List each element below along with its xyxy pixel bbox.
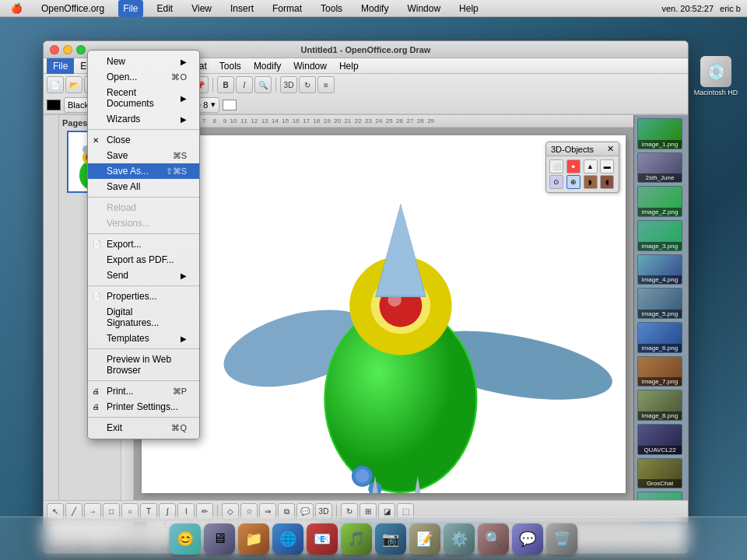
obj-sphere[interactable]: ●	[566, 159, 580, 173]
dock-item-7[interactable]: 📷	[375, 523, 406, 555]
extra-swatch[interactable]	[223, 100, 237, 110]
app-menu-window[interactable]: Window	[287, 58, 333, 74]
dock-trash[interactable]: 🗑️	[546, 523, 577, 555]
fill-color-label: Black	[68, 100, 89, 110]
objects-panel-label: 3D-Objects	[551, 145, 594, 154]
tb-align[interactable]: ≡	[317, 76, 335, 93]
menubar-help[interactable]: Help	[454, 0, 483, 17]
menubar-tools[interactable]: Tools	[316, 0, 347, 17]
app-menu-file[interactable]: File	[47, 58, 74, 74]
file-menu: New ▶ Open... ⌘O Recent Documents ▶ Wiza…	[87, 50, 200, 439]
sep-5	[88, 348, 199, 349]
menu-recent[interactable]: Recent Documents ▶	[88, 85, 199, 111]
dock-item-3[interactable]: 📁	[238, 523, 269, 555]
close-button[interactable]	[50, 45, 59, 54]
tb-bold[interactable]: B	[217, 76, 234, 93]
thumb-image2sth[interactable]: 2sth_June	[637, 152, 682, 184]
tb-3d[interactable]: 3D	[280, 76, 297, 93]
obj-torus2[interactable]: ⊕	[566, 175, 580, 189]
menu-templates[interactable]: Templates ▶	[88, 331, 199, 346]
dock-item-6[interactable]: 🎵	[341, 523, 372, 555]
menu-digsig[interactable]: Digital Signatures...	[88, 304, 199, 331]
menu-preview[interactable]: Preview in Web Browser	[88, 352, 199, 378]
menu-versions: Versions...	[88, 215, 199, 231]
dock-item-5[interactable]: 📧	[307, 523, 338, 555]
dock-item-8[interactable]: 📝	[409, 523, 440, 555]
menubar-window[interactable]: Window	[402, 0, 445, 17]
thumb-image8[interactable]: image_8.png	[637, 390, 682, 421]
menu-new[interactable]: New ▶	[88, 54, 199, 69]
menu-save[interactable]: Save ⌘S	[88, 148, 199, 163]
dock-item-11[interactable]: 💬	[512, 523, 543, 555]
menu-saveas-label: Save As...	[107, 166, 149, 177]
objects-panel-close[interactable]: ✕	[607, 144, 614, 154]
maximize-button[interactable]	[76, 45, 86, 54]
dock: 😊 🖥 📁 🌐 📧 🎵 📷 📝 ⚙️ 🔍 💬 🗑️	[0, 516, 747, 560]
menubar-modify[interactable]: Modify	[356, 0, 393, 17]
menubar-insert[interactable]: Insert	[226, 0, 258, 17]
app-menu-tools[interactable]: Tools	[213, 58, 247, 74]
menu-export[interactable]: 📄 Export...	[88, 236, 199, 252]
menubar-openoffice[interactable]: OpenOffice.org	[37, 0, 109, 17]
menubar-file[interactable]: File	[118, 0, 142, 17]
dock-item-10[interactable]: 🔍	[478, 523, 509, 555]
menu-wizards[interactable]: Wizards ▶	[88, 111, 199, 127]
menubar-view[interactable]: View	[187, 0, 216, 17]
menu-open[interactable]: Open... ⌘O	[88, 69, 199, 85]
thumb-image4[interactable]: image_4.png	[637, 254, 682, 285]
thumb-graschat[interactable]: GrosChat	[637, 458, 682, 489]
apple-menu[interactable]: 🍎	[6, 0, 27, 17]
dock-finder[interactable]: 😊	[170, 523, 201, 555]
objects-panel: 3D-Objects ✕ ⬜ ● ▲ ▬ ⊙ ⊕ ◗	[545, 142, 619, 193]
menu-export-pdf[interactable]: Export as PDF...	[88, 252, 199, 268]
left-ruler	[44, 115, 59, 526]
desktop-icon-macintosh[interactable]: 💿 Macintosh HD	[693, 56, 739, 96]
mac-menubar: 🍎 OpenOffice.org File Edit View Insert F…	[0, 0, 747, 17]
menu-saveas[interactable]: Save As... ⇧⌘S	[88, 163, 199, 179]
menubar-edit[interactable]: Edit	[153, 0, 178, 17]
printer-icon: 🖨	[93, 403, 100, 411]
fill-color-swatch[interactable]	[47, 100, 61, 110]
thumb-quavcl[interactable]: QUAVCL22	[637, 424, 682, 455]
menu-export-label: Export...	[107, 239, 142, 250]
minimize-button[interactable]	[63, 45, 72, 54]
sep-2	[88, 197, 199, 198]
tb-new[interactable]: 📄	[47, 76, 64, 93]
thumb-image3[interactable]: image_3.png	[637, 220, 682, 251]
menu-wizards-arrow: ▶	[181, 115, 187, 124]
obj-cube[interactable]: ⬜	[549, 159, 563, 173]
draw-canvas[interactable]: 3D-Objects ✕ ⬜ ● ▲ ▬ ⊙ ⊕ ◗	[142, 135, 626, 493]
menu-reload-label: Reload	[107, 202, 136, 213]
obj-half2[interactable]: ◖	[600, 175, 614, 189]
obj-cone[interactable]: ▲	[584, 159, 598, 173]
obj-torus[interactable]: ⊙	[549, 175, 563, 189]
thumb-image6[interactable]: image_6.png	[637, 322, 682, 353]
thumb-image1[interactable]: image_1.png	[637, 118, 682, 149]
menubar-format[interactable]: Format	[268, 0, 307, 17]
menu-properties[interactable]: 📄 Properties...	[88, 289, 199, 304]
menu-send[interactable]: Send ▶	[88, 268, 199, 283]
menu-exit[interactable]: Exit ⌘Q	[88, 420, 199, 436]
menu-close[interactable]: ✕ Close	[88, 132, 199, 148]
obj-cylinder[interactable]: ▬	[600, 159, 614, 173]
properties-icon: 📄	[93, 292, 101, 300]
thumb-image-z[interactable]: image_Z.png	[637, 186, 682, 217]
tb-italic[interactable]: I	[236, 76, 253, 93]
menu-saveall[interactable]: Save All	[88, 179, 199, 194]
obj-half1[interactable]: ◗	[584, 175, 598, 189]
app-menu-modify[interactable]: Modify	[247, 58, 287, 74]
menu-printsettings[interactable]: 🖨 Printer Settings...	[88, 399, 199, 415]
dock-item-2[interactable]: 🖥	[204, 523, 235, 555]
tb-rotate[interactable]: ↻	[299, 76, 316, 93]
macintosh-hd-icon[interactable]: 💿	[700, 56, 731, 87]
menu-print[interactable]: 🖨 Print... ⌘P	[88, 383, 199, 399]
objects-panel-title: 3D-Objects ✕	[546, 142, 619, 156]
thumb-image5[interactable]: image_5.png	[637, 288, 682, 319]
thumb-image7[interactable]: image_7.png	[637, 356, 682, 387]
dock-item-4[interactable]: 🌐	[272, 523, 303, 555]
menu-open-label: Open...	[107, 72, 137, 82]
app-menu-help[interactable]: Help	[333, 58, 365, 74]
dock-item-9[interactable]: ⚙️	[444, 523, 475, 555]
tb-zoom[interactable]: 🔍	[254, 76, 272, 93]
tb-open[interactable]: 📂	[65, 76, 82, 93]
